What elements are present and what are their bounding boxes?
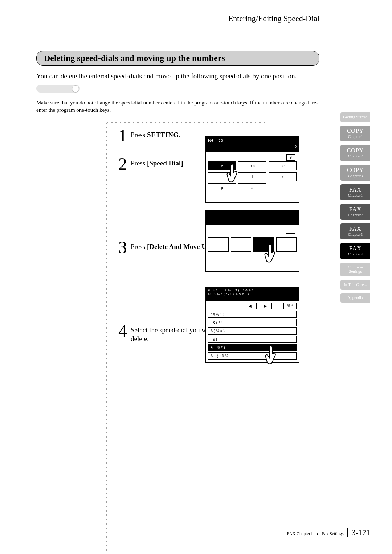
step-number: 1: [111, 127, 127, 144]
device-screen-step2: Ne t o o g e n s t e i i r p a: [205, 136, 299, 203]
list-item[interactable]: * # % * !: [208, 311, 297, 318]
screen-title: t o: [219, 138, 223, 143]
step-number: 3: [111, 239, 127, 256]
step-text-pre: Press: [131, 159, 147, 167]
chapter-tab[interactable]: Getting Started: [340, 112, 370, 122]
screen-title: [206, 211, 299, 225]
section-title: Deleting speed-dials and moving up the n…: [36, 51, 319, 66]
chapter-tab[interactable]: COPYChapter2: [340, 145, 370, 161]
intro-text: You can delete the entered speed-dials a…: [36, 72, 319, 80]
screen-btn[interactable]: t e: [269, 161, 297, 170]
list-item[interactable]: - & ( * !: [208, 319, 297, 326]
chapter-tab[interactable]: FAXChapter4: [340, 243, 370, 259]
screen-btn[interactable]: [276, 237, 297, 252]
nav-next-button[interactable]: ▶: [259, 303, 272, 309]
chapter-tab[interactable]: FAXChapter3: [340, 223, 370, 239]
chapter-tab[interactable]: FAXChapter1: [340, 184, 370, 200]
step-text-bold: [Delete And Move Up]: [147, 243, 213, 250]
dotted-rule-top: [105, 121, 265, 123]
list-item[interactable]: ! & !: [208, 336, 297, 343]
footer-crumb: FAX Chapter4: [287, 531, 313, 537]
header-rule: [36, 24, 370, 24]
dotted-rule-left: [105, 121, 107, 554]
screen-btn[interactable]: n s: [238, 161, 266, 170]
list-item[interactable]: & + % * ) ': [208, 344, 297, 351]
step-text-bold: SETTING: [147, 131, 179, 139]
chapter-tab[interactable]: Common Settings: [340, 263, 370, 276]
chapter-tab[interactable]: FAXChapter2: [340, 204, 370, 220]
step-text-post: .: [183, 159, 185, 167]
list-item[interactable]: & ) % # ) !: [208, 327, 297, 335]
screen-title: Ne: [208, 138, 213, 143]
nav-prev-button[interactable]: ◀: [244, 303, 257, 309]
hand-pointer-icon: [264, 345, 279, 366]
hand-pointer-icon: [225, 162, 241, 184]
page-number: 3-171: [347, 528, 370, 537]
note-badge: [36, 85, 80, 93]
screen-subtitle: % . * % * ( / - ! # # $ & . + ': [208, 292, 252, 296]
footer-crumb: Fax Settings: [322, 531, 344, 537]
hand-pointer-icon: [263, 243, 278, 265]
screen-subtitle: o: [294, 144, 297, 149]
screen-title: # . * * ) ' ! # % + $ ( . * & # *: [208, 288, 253, 292]
note-text: Make sure that you do not change the spe…: [36, 99, 319, 114]
chapter-tab[interactable]: COPYChapter3: [340, 165, 370, 181]
step-number: 4: [111, 322, 127, 340]
close-button[interactable]: % *: [283, 303, 297, 309]
step-text-post: .: [179, 131, 181, 139]
screen-btn[interactable]: p: [208, 183, 236, 192]
step-number: 2: [111, 155, 127, 173]
device-screen-step3: [205, 210, 299, 272]
screen-btn[interactable]: [208, 237, 229, 252]
step-text-bold: [Speed Dial]: [147, 159, 183, 167]
chapter-tab[interactable]: In This Case...: [340, 280, 370, 290]
page-header: Entering/Editing Speed-Dial: [228, 14, 319, 23]
list-item[interactable]: & + ) * & %: [208, 352, 297, 360]
chapter-tabs: Getting StartedCOPYChapter1COPYChapter2C…: [340, 112, 370, 306]
close-button[interactable]: [286, 227, 295, 234]
chapter-tab[interactable]: Appendix: [340, 293, 370, 303]
device-screen-step4: # . * * ) ' ! # % + $ ( . * & # * % . * …: [205, 287, 299, 363]
close-button[interactable]: g: [286, 154, 295, 161]
screen-btn[interactable]: a: [238, 183, 266, 192]
bullet-icon: ●: [316, 532, 318, 536]
screen-btn[interactable]: i: [238, 172, 266, 181]
step-text-pre: Press: [131, 131, 147, 139]
screen-btn[interactable]: [231, 237, 252, 252]
step-text-pre: Press: [131, 243, 147, 250]
screen-btn[interactable]: r: [269, 172, 297, 181]
chapter-tab[interactable]: COPYChapter1: [340, 126, 370, 141]
page-footer: FAX Chapter4 ● Fax Settings 3-171: [287, 528, 370, 537]
